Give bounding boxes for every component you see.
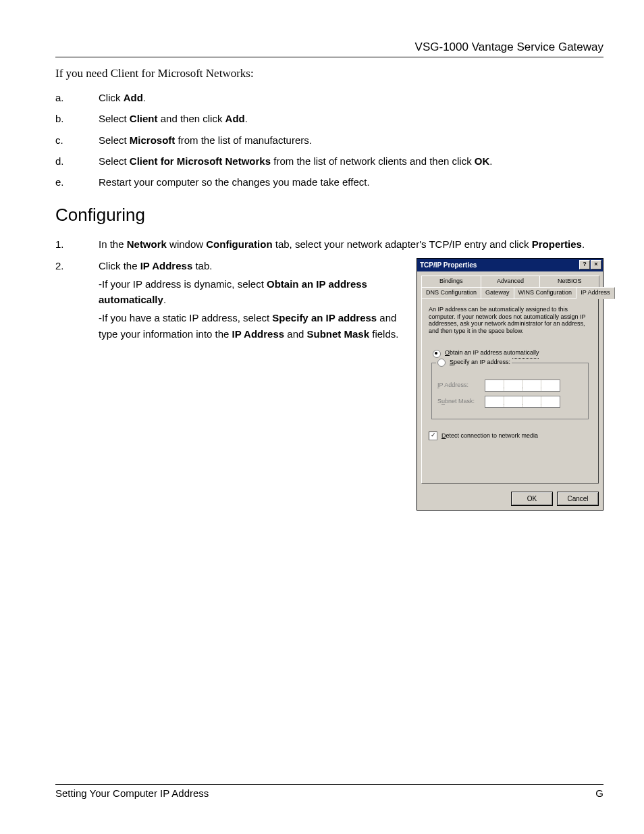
footer-right: G [595,787,603,799]
step-d: d. Select Client for Microsoft Networks … [55,153,603,169]
step-marker: d. [55,153,99,169]
specify-ip-group: Specify an IP address: IP Address: [431,363,589,419]
step-1: 1. In the Network window Configuration t… [55,236,603,252]
step-marker: 1. [55,236,99,252]
help-button[interactable]: ? [579,260,590,269]
page-header: VSG-1000 Vantage Service Gateway [55,41,603,57]
tabs-row-top: Bindings Advanced NetBIOS [421,276,599,287]
footer-left: Setting Your Computer IP Address [55,787,209,799]
numbered-steps: 1. In the Network window Configuration t… [55,236,603,511]
tab-dns[interactable]: DNS Configuration [421,287,481,298]
tab-netbios[interactable]: NetBIOS [539,276,599,287]
intro-text: If you need Client for Microsoft Network… [55,67,603,80]
dialog-description: An IP address can be automatically assig… [429,306,591,335]
cancel-button[interactable]: Cancel [557,492,599,506]
radio-specify-ip[interactable]: Specify an IP address: [436,358,512,367]
step-e: e. Restart your computer so the changes … [55,174,603,190]
radio-icon[interactable] [433,350,441,358]
radio-obtain-auto[interactable]: Obtain an IP address automatically [433,348,591,359]
tab-panel-ip: An IP address can be automatically assig… [421,298,599,484]
step-a: a. Click Add. [55,90,603,105]
section-heading: Configuring [55,205,603,226]
subnet-mask-input[interactable] [485,396,560,408]
ip-address-field: IP Address: [437,380,583,392]
step-marker: 2. [55,258,99,511]
detect-connection-checkbox[interactable]: ✓ Detect connection to network media [429,432,591,441]
step-b: b. Select Client and then click Add. [55,111,603,126]
step-marker: e. [55,174,99,190]
tab-gateway[interactable]: Gateway [481,287,514,298]
ip-address-input[interactable] [485,380,560,392]
tab-ip-address[interactable]: IP Address [576,287,614,299]
step-marker: b. [55,111,99,126]
dialog-titlebar[interactable]: TCP/IP Properties ? × [417,259,603,272]
tcpip-properties-dialog: TCP/IP Properties ? × Bindings Advanced … [417,258,603,511]
dialog-title: TCP/IP Properties [420,260,579,271]
tab-advanced[interactable]: Advanced [481,276,541,287]
letter-steps: a. Click Add. b. Select Client and then … [55,90,603,190]
tabs-row-bottom: DNS Configuration Gateway WINS Configura… [421,287,599,298]
subnet-mask-field: Subnet Mask: [437,396,583,408]
ip-address-label: IP Address: [437,381,485,390]
subnet-mask-label: Subnet Mask: [437,397,485,407]
radio-icon[interactable] [437,359,446,367]
page-footer: Setting Your Computer IP Address G [55,784,603,799]
tab-wins[interactable]: WINS Configuration [514,287,577,298]
checkbox-icon[interactable]: ✓ [429,432,437,440]
step-2: 2. Click the IP Address tab. -If your IP… [55,258,603,511]
ok-button[interactable]: OK [511,492,553,506]
tab-bindings[interactable]: Bindings [421,276,481,287]
dialog-buttons: OK Cancel [417,488,603,511]
close-button[interactable]: × [591,260,601,269]
step-marker: a. [55,90,99,105]
step-c: c. Select Microsoft from the list of man… [55,132,603,148]
step-marker: c. [55,132,99,148]
